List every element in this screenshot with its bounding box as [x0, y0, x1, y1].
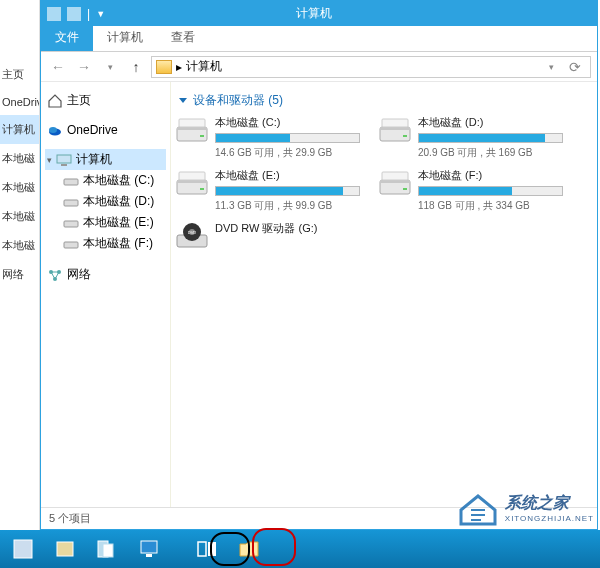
drive-item[interactable]: 本地磁盘 (F:)118 GB 可用 , 共 334 GB [378, 168, 563, 213]
drive-icon [63, 195, 79, 209]
tree-drive-c-label: 本地磁盘 (C:) [83, 172, 154, 189]
drive-item[interactable]: 本地磁盘 (D:)20.9 GB 可用 , 共 169 GB [378, 115, 563, 160]
leftnav-home[interactable]: 主页 [0, 60, 39, 89]
svg-rect-32 [57, 542, 73, 556]
tree-drive-c[interactable]: 本地磁盘 (C:) [45, 170, 166, 191]
leftnav-onedrive[interactable]: OneDrive [0, 89, 39, 115]
taskbar-app-2[interactable] [48, 535, 82, 563]
svg-rect-13 [200, 135, 204, 137]
tree-onedrive[interactable]: OneDrive [45, 121, 166, 139]
drive-stat: 20.9 GB 可用 , 共 169 GB [418, 146, 563, 160]
watermark-text: 系统之家 [505, 493, 594, 514]
tree-drive-f[interactable]: 本地磁盘 (F:) [45, 233, 166, 254]
taskbar-app-1[interactable] [6, 535, 40, 563]
leftnav-computer[interactable]: 计算机 [0, 115, 39, 144]
ribbon-tabs: 文件 计算机 查看 [41, 26, 597, 52]
tree-drive-e[interactable]: 本地磁盘 (E:) [45, 212, 166, 233]
svg-rect-21 [200, 188, 204, 190]
hard-drive-icon [175, 115, 209, 145]
hard-drive-icon [175, 168, 209, 198]
ribbon-tab-view[interactable]: 查看 [157, 24, 209, 51]
svg-text:DVD: DVD [188, 230, 197, 235]
leftnav-d[interactable]: 本地磁 [0, 173, 39, 202]
dvd-drive-icon: DVD [175, 221, 209, 251]
ribbon-tab-computer[interactable]: 计算机 [93, 24, 157, 51]
taskbar-app-4[interactable] [132, 535, 166, 563]
refresh-button[interactable]: ⟳ [564, 56, 586, 78]
svg-point-1 [49, 127, 57, 133]
background-left-panel: 主页 OneDrive 计算机 本地磁 本地磁 本地磁 本地磁 网络 [0, 0, 40, 530]
explorer-window: | ▼ 计算机 文件 计算机 查看 ← → ▾ ↑ ▸ 计算机 ▾ ⟳ 主页 [40, 0, 598, 530]
breadcrumb-dropdown[interactable]: ▾ [540, 56, 562, 78]
svg-rect-5 [64, 200, 78, 206]
group-header-devices[interactable]: 设备和驱动器 (5) [175, 90, 593, 115]
breadcrumb[interactable]: ▸ 计算机 ▾ ⟳ [151, 56, 591, 78]
group-header-label: 设备和驱动器 (5) [193, 92, 283, 109]
tree-computer-label: 计算机 [76, 151, 112, 168]
leftnav-net[interactable]: 网络 [0, 260, 39, 289]
capacity-bar [418, 133, 563, 143]
tree-network-label: 网络 [67, 266, 91, 283]
tree-expand-icon[interactable]: ▾ [47, 155, 52, 165]
svg-rect-26 [382, 172, 408, 180]
svg-rect-36 [146, 554, 152, 557]
recent-dropdown[interactable]: ▾ [99, 56, 121, 78]
svg-rect-18 [382, 119, 408, 127]
taskbar[interactable] [0, 530, 600, 568]
drive-item[interactable]: 本地磁盘 (C:)14.6 GB 可用 , 共 29.9 GB [175, 115, 360, 160]
capacity-bar [215, 186, 360, 196]
watermark-sub: XITONGZHIJIA.NET [505, 514, 594, 523]
up-button[interactable]: ↑ [125, 56, 147, 78]
svg-rect-3 [61, 164, 67, 166]
address-bar-row: ← → ▾ ↑ ▸ 计算机 ▾ ⟳ [41, 52, 597, 82]
collapse-icon[interactable] [179, 98, 187, 103]
tree-network[interactable]: 网络 [45, 264, 166, 285]
drive-name: 本地磁盘 (C:) [215, 115, 360, 130]
drive-item[interactable]: 本地磁盘 (E:)11.3 GB 可用 , 共 99.9 GB [175, 168, 360, 213]
drive-icon [63, 216, 79, 230]
forward-button[interactable]: → [73, 56, 95, 78]
capacity-bar [215, 133, 360, 143]
drive-name: 本地磁盘 (D:) [418, 115, 563, 130]
svg-rect-25 [403, 188, 407, 190]
tree-drive-e-label: 本地磁盘 (E:) [83, 214, 154, 231]
svg-rect-35 [141, 541, 157, 553]
home-icon [47, 94, 63, 108]
svg-rect-31 [14, 540, 32, 558]
qat-dropdown-icon[interactable]: ▼ [96, 9, 105, 19]
tree-onedrive-label: OneDrive [67, 123, 118, 137]
hard-drive-icon [378, 168, 412, 198]
breadcrumb-chev: ▸ [176, 60, 182, 74]
tree-computer[interactable]: ▾ 计算机 [45, 149, 166, 170]
drive-name: DVD RW 驱动器 (G:) [215, 221, 360, 236]
svg-rect-2 [57, 155, 71, 163]
tree-drive-d[interactable]: 本地磁盘 (D:) [45, 191, 166, 212]
leftnav-e[interactable]: 本地磁 [0, 202, 39, 231]
drive-item[interactable]: DVDDVD RW 驱动器 (G:) [175, 221, 360, 251]
qat-icon-1[interactable] [47, 7, 61, 21]
qat-icon-2[interactable] [67, 7, 81, 21]
svg-rect-6 [64, 221, 78, 227]
drive-icon [63, 237, 79, 251]
back-button[interactable]: ← [47, 56, 69, 78]
titlebar[interactable]: | ▼ 计算机 [41, 1, 597, 26]
leftnav-f[interactable]: 本地磁 [0, 231, 39, 260]
tree-home-label: 主页 [67, 92, 91, 109]
status-text: 5 个项目 [49, 511, 91, 526]
drive-stat: 14.6 GB 可用 , 共 29.9 GB [215, 146, 360, 160]
hard-drive-icon [378, 115, 412, 145]
tree-drive-f-label: 本地磁盘 (F:) [83, 235, 153, 252]
drive-name: 本地磁盘 (F:) [418, 168, 563, 183]
leftnav-c[interactable]: 本地磁 [0, 144, 39, 173]
svg-rect-34 [103, 544, 113, 557]
qat-divider: | [87, 7, 90, 21]
taskbar-app-3[interactable] [90, 535, 124, 563]
network-icon [47, 268, 63, 282]
svg-rect-22 [179, 172, 205, 180]
svg-rect-17 [403, 135, 407, 137]
svg-rect-7 [64, 242, 78, 248]
ribbon-tab-file[interactable]: 文件 [41, 24, 93, 51]
tree-home[interactable]: 主页 [45, 90, 166, 111]
watermark: 系统之家 XITONGZHIJIA.NET [457, 490, 594, 526]
svg-rect-37 [198, 542, 206, 556]
